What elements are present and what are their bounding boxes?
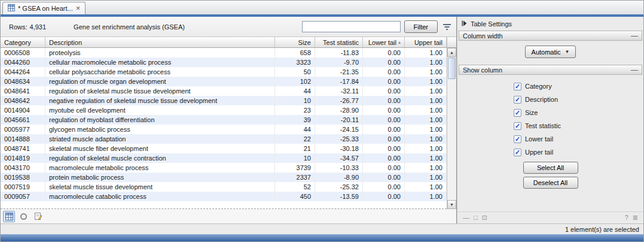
show-column-label: Show column xyxy=(463,66,631,74)
table-row[interactable]: 0019538protein metabolic process2337-8.9… xyxy=(1,173,447,182)
column-header-upper-tail[interactable]: Upper tail xyxy=(405,37,447,47)
cell-lower-tail: 0.00 xyxy=(363,192,405,201)
show-column-option[interactable]: ✓Category xyxy=(514,80,642,93)
column-header-category[interactable]: Category xyxy=(1,37,45,47)
select-all-button[interactable]: Select All xyxy=(523,162,578,174)
tab-gsea-on-heart[interactable]: * GSEA on Heart... × xyxy=(2,2,86,14)
checkbox-label: Test statistic xyxy=(525,122,561,129)
cell-upper-tail: 1.00 xyxy=(405,58,447,67)
cell-lower-tail: 0.00 xyxy=(363,182,405,192)
cell-lower-tail: 0.00 xyxy=(363,77,405,86)
side-panel-footer: — □ ⊡ ? ≣ xyxy=(457,211,643,223)
cell-test-statistic: -24.15 xyxy=(315,125,363,134)
panel-minimize-icon[interactable]: — xyxy=(463,214,469,221)
scrollbar-track[interactable] xyxy=(447,80,456,200)
cell-description: regulation of skeletal muscle tissue dev… xyxy=(45,86,275,96)
vertical-scrollbar[interactable]: ▲ ▼ xyxy=(447,37,456,209)
advanced-filter-icon[interactable] xyxy=(442,23,451,31)
main-split: Rows: 4,931 Gene set enrichment analysis… xyxy=(1,17,643,223)
cell-lower-tail: 0.00 xyxy=(363,105,405,115)
checkbox-icon[interactable]: ✓ xyxy=(514,109,521,117)
cell-test-statistic: -10.33 xyxy=(315,163,363,173)
filter-button[interactable]: Filter xyxy=(404,20,438,33)
show-column-option[interactable]: ✓Test statistic xyxy=(514,119,642,132)
scrollbar-thumb[interactable] xyxy=(448,58,456,79)
cell-test-statistic: -17.84 xyxy=(315,77,363,86)
show-column-option[interactable]: ✓Lower tail xyxy=(514,132,642,146)
checkbox-icon[interactable]: ✓ xyxy=(514,96,521,104)
table-row[interactable]: 0043170macromolecule metabolic process37… xyxy=(1,163,447,173)
column-width-header[interactable]: Column width — xyxy=(459,31,642,41)
cell-description: macromolecule catabolic process xyxy=(45,192,275,201)
table-row[interactable]: 0009057macromolecule catabolic process45… xyxy=(1,192,447,201)
column-header-size[interactable]: Size xyxy=(275,37,315,47)
cell-upper-tail: 1.00 xyxy=(405,163,447,173)
table-row[interactable]: 0014819regulation of skeletal muscle con… xyxy=(1,153,447,163)
column-header-test-statistic[interactable]: Test statistic xyxy=(315,37,363,47)
scroll-down-icon[interactable]: ▼ xyxy=(447,200,456,209)
show-column-option[interactable]: ✓Description xyxy=(514,93,642,106)
table-row[interactable]: 0045661regulation of myoblast differenti… xyxy=(1,115,447,125)
table-row[interactable]: 0005977glycogen metabolic process44-24.1… xyxy=(1,125,447,134)
sort-ascending-icon: ▴ xyxy=(398,40,401,45)
column-width-dropdown[interactable]: Automatic ▼ xyxy=(525,46,576,58)
cell-upper-tail: 1.00 xyxy=(405,77,447,86)
cell-description: regulation of skeletal muscle contractio… xyxy=(45,153,275,163)
cell-test-statistic: -25.33 xyxy=(315,134,363,144)
cell-description: cellular polysaccharide metabolic proces… xyxy=(45,67,275,77)
show-column-group: Show column — ✓Category✓Description✓Size… xyxy=(459,65,642,193)
show-column-header[interactable]: Show column — xyxy=(459,65,642,75)
checkbox-icon[interactable]: ✓ xyxy=(514,122,521,130)
table-row[interactable]: 0044264cellular polysaccharide metabolic… xyxy=(1,67,447,77)
cell-description: regulation of myoblast differentiation xyxy=(45,115,275,125)
panel-dock-icon[interactable]: ⊡ xyxy=(482,214,487,221)
cell-description: negative regulation of skeletal muscle t… xyxy=(45,96,275,105)
table-view-button[interactable] xyxy=(3,211,15,222)
cell-description: regulation of muscle organ development xyxy=(45,77,275,86)
table-row[interactable]: 0048741skeletal muscle fiber development… xyxy=(1,144,447,153)
scroll-up-icon[interactable]: ▲ xyxy=(447,48,456,57)
cell-size: 10 xyxy=(275,153,315,163)
side-panel-arrow-icon[interactable] xyxy=(462,20,467,28)
cell-upper-tail: 1.00 xyxy=(405,182,447,192)
table-row[interactable]: 0007519skeletal muscle tissue developmen… xyxy=(1,182,447,192)
table-toolbar: Rows: 4,931 Gene set enrichment analysis… xyxy=(1,17,456,37)
cell-lower-tail: 0.00 xyxy=(363,48,405,58)
help-icon[interactable]: ? xyxy=(625,214,628,221)
column-width-label: Column width xyxy=(463,32,631,40)
panel-float-icon[interactable]: □ xyxy=(474,214,478,221)
table-row[interactable]: 0044260cellular macromolecule metabolic … xyxy=(1,58,447,67)
cell-size: 23 xyxy=(275,105,315,115)
table-row[interactable]: 0048634regulation of muscle organ develo… xyxy=(1,77,447,86)
cell-size: 102 xyxy=(275,77,315,86)
cell-test-statistic: -13.59 xyxy=(315,192,363,201)
cell-test-statistic: -8.90 xyxy=(315,173,363,182)
checkbox-icon[interactable]: ✓ xyxy=(514,149,521,156)
table-row[interactable]: 0048641regulation of skeletal muscle tis… xyxy=(1,86,447,96)
table-row[interactable]: 0014888striated muscle adaptation22-25.3… xyxy=(1,134,447,144)
show-column-option[interactable]: ✓Upper tail xyxy=(514,146,642,159)
cell-size: 50 xyxy=(275,67,315,77)
filter-input[interactable] xyxy=(302,21,401,32)
column-header-lower-tail[interactable]: Lower tail▴ xyxy=(363,37,405,47)
tab-close-icon[interactable]: × xyxy=(76,5,81,11)
notes-view-button[interactable] xyxy=(32,211,44,222)
table-row[interactable]: 0006508proteolysis658-11.830.001.00 xyxy=(1,48,447,58)
show-column-option[interactable]: ✓Size xyxy=(514,106,642,119)
checkbox-icon[interactable]: ✓ xyxy=(514,83,521,90)
cell-size: 52 xyxy=(275,182,315,192)
cell-category: 0014904 xyxy=(1,105,45,115)
tab-title: * GSEA on Heart... xyxy=(18,5,73,12)
table-row[interactable]: 0048642negative regulation of skeletal m… xyxy=(1,96,447,105)
collapse-icon[interactable]: — xyxy=(631,33,638,39)
table-header-row: Category Description Size Test statistic… xyxy=(1,37,447,48)
settings-list-icon[interactable]: ≣ xyxy=(633,214,638,221)
checkbox-icon[interactable]: ✓ xyxy=(514,135,521,143)
collapse-icon[interactable]: — xyxy=(631,67,638,73)
table-row[interactable]: 0014904myotube cell development23-28.900… xyxy=(1,105,447,115)
cell-size: 658 xyxy=(275,48,315,58)
plot-view-button[interactable] xyxy=(17,211,29,222)
cell-size: 10 xyxy=(275,96,315,105)
deselect-all-button[interactable]: Deselect All xyxy=(523,177,578,189)
column-header-description[interactable]: Description xyxy=(45,37,275,47)
